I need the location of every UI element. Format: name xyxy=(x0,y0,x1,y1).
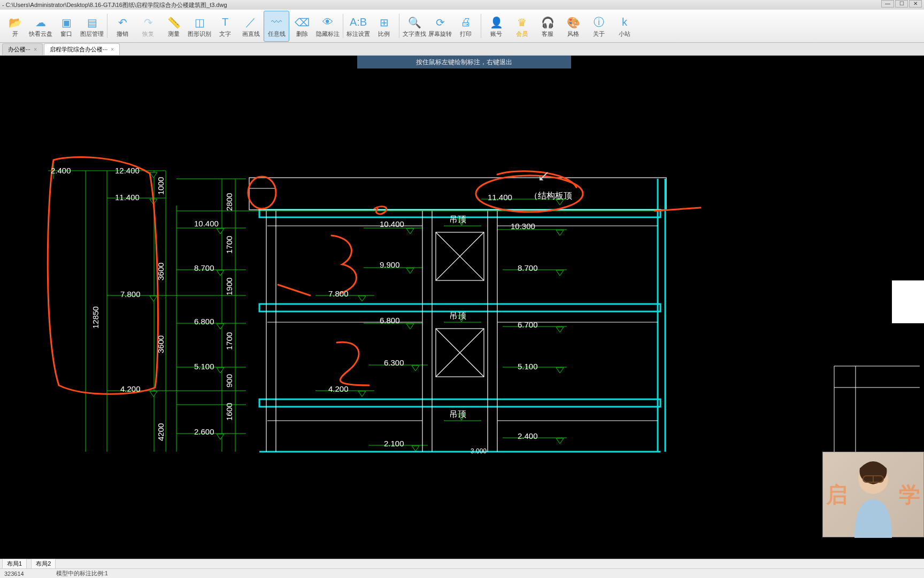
dim-label: 3600 xyxy=(156,336,165,353)
doc-tab[interactable]: 启程学院综合办公楼···× xyxy=(44,43,120,55)
窗口-icon: ▣ xyxy=(59,15,74,30)
文字查找-icon: 🔍 xyxy=(407,15,422,30)
tool-打印[interactable]: 🖨打印 xyxy=(453,11,479,42)
dim-label: 吊顶 xyxy=(449,310,466,322)
svg-rect-38 xyxy=(259,399,660,407)
tool-账号[interactable]: 👤账号 xyxy=(483,11,509,42)
tool-label: 客服 xyxy=(542,30,553,38)
dim-label: 1900 xyxy=(225,278,234,295)
close-icon[interactable]: × xyxy=(34,47,37,52)
status-scale: 模型中的标注比例:1 xyxy=(56,569,108,577)
tool-label: 图形识别 xyxy=(188,30,211,38)
dim-label: 11.400 xyxy=(488,193,512,202)
tool-风格[interactable]: 🎨风格 xyxy=(560,11,586,42)
minimize-button[interactable]: — xyxy=(881,0,894,7)
tool-label: 画直线 xyxy=(242,30,260,38)
dim-label: 12850 xyxy=(91,306,100,329)
tool-图形识别[interactable]: ◫图形识别 xyxy=(187,11,212,42)
tool-label: 文字查找 xyxy=(403,30,426,38)
tool-画直线[interactable]: ／画直线 xyxy=(238,11,264,42)
tool-小站[interactable]: k小站 xyxy=(612,11,637,42)
dim-label: 2800 xyxy=(225,193,234,211)
tool-文字[interactable]: T文字 xyxy=(212,11,238,42)
drawing-canvas[interactable]: 按住鼠标左键绘制标注，右键退出 xyxy=(0,56,924,559)
layout-tab[interactable]: 布局2 xyxy=(31,559,56,569)
layout-tabs: 布局1布局2 xyxy=(0,559,924,568)
dim-label: 6.800 xyxy=(380,316,400,325)
会员-icon: ♛ xyxy=(514,15,529,30)
close-button[interactable]: ✕ xyxy=(909,0,922,7)
dim-label: 4.200 xyxy=(328,384,349,393)
tool-撤销[interactable]: ↶撤销 xyxy=(110,11,135,42)
tool-开[interactable]: 📂开 xyxy=(2,11,28,42)
dim-label: 3.000 xyxy=(471,447,487,455)
tool-测量[interactable]: 📏测量 xyxy=(161,11,187,42)
main-toolbar: 📂开☁快看云盘▣窗口▤图层管理↶撤销↷恢复📏测量◫图形识别T文字／画直线〰任意线… xyxy=(0,10,924,43)
dim-label: 1000 xyxy=(156,177,165,195)
tool-label: 开 xyxy=(12,30,18,38)
tool-标注设置[interactable]: A:B标注设置 xyxy=(345,11,371,42)
dim-label: 7.800 xyxy=(120,290,141,299)
tool-label: 恢复 xyxy=(142,30,154,38)
tool-会员[interactable]: ♛会员 xyxy=(509,11,535,42)
tool-label: 屏幕旋转 xyxy=(428,30,452,38)
window-controls: — ☐ ✕ xyxy=(881,0,924,10)
tool-label: 打印 xyxy=(460,30,472,38)
tool-label: 图层管理 xyxy=(80,30,104,38)
文字-icon: T xyxy=(218,15,233,30)
dim-label: 900 xyxy=(225,374,234,387)
dim-label: 吊顶 xyxy=(449,409,466,420)
layout-tab[interactable]: 布局1 xyxy=(2,559,27,569)
tool-删除[interactable]: ⌫删除 xyxy=(289,11,315,42)
tool-关于[interactable]: ⓘ关于 xyxy=(586,11,612,42)
maximize-button[interactable]: ☐ xyxy=(895,0,908,7)
dim-label: 7.800 xyxy=(328,289,349,298)
dim-label: 4200 xyxy=(156,423,165,441)
dim-label: 1700 xyxy=(225,236,234,254)
客服-icon: 🎧 xyxy=(540,15,555,30)
tool-隐藏标注[interactable]: 👁隐藏标注 xyxy=(315,11,341,42)
tool-恢复[interactable]: ↷恢复 xyxy=(135,11,161,42)
dim-label: 3600 xyxy=(156,263,165,280)
风格-icon: 🎨 xyxy=(566,15,581,30)
dim-label: 10.400 xyxy=(194,219,219,228)
tool-比例[interactable]: ⊞比例 xyxy=(371,11,397,42)
小站-icon: k xyxy=(617,15,632,30)
tool-label: 隐藏标注 xyxy=(316,30,340,38)
tool-窗口[interactable]: ▣窗口 xyxy=(53,11,79,42)
window-title: - C:\Users\Administrator\Desktop\8.16-GT… xyxy=(2,0,227,10)
测量-icon: 📏 xyxy=(166,15,181,30)
status-coord: 323614 xyxy=(4,571,24,577)
tool-客服[interactable]: 🎧客服 xyxy=(535,11,560,42)
dim-label: 5.100 xyxy=(518,362,538,371)
tool-屏幕旋转[interactable]: ⟳屏幕旋转 xyxy=(427,11,453,42)
账号-icon: 👤 xyxy=(489,15,504,30)
标注设置-icon: A:B xyxy=(351,15,366,30)
tool-任意线[interactable]: 〰任意线 xyxy=(264,11,289,42)
删除-icon: ⌫ xyxy=(295,15,310,30)
tool-label: 快看云盘 xyxy=(29,30,52,38)
打印-icon: 🖨 xyxy=(458,15,473,30)
开-icon: 📂 xyxy=(7,15,22,30)
tool-图层管理[interactable]: ▤图层管理 xyxy=(79,11,105,42)
tool-快看云盘[interactable]: ☁快看云盘 xyxy=(28,11,53,42)
dim-label: 1700 xyxy=(225,332,234,350)
svg-rect-42 xyxy=(249,178,666,210)
close-icon[interactable]: × xyxy=(111,47,114,52)
tool-label: 窗口 xyxy=(60,30,72,38)
tool-label: 测量 xyxy=(168,30,180,38)
tool-文字查找[interactable]: 🔍文字查找 xyxy=(402,11,427,42)
撤销-icon: ↶ xyxy=(115,15,130,30)
doc-tab[interactable]: 办公楼···× xyxy=(2,43,43,55)
tool-label: 会员 xyxy=(516,30,528,38)
dim-label: 10.400 xyxy=(380,219,404,229)
dim-label: 2.100 xyxy=(384,439,404,448)
快看云盘-icon: ☁ xyxy=(33,15,48,30)
dim-label: （结构板顶 xyxy=(529,191,572,202)
dim-label: 12.400 xyxy=(115,166,140,175)
title-bar: - C:\Users\Administrator\Desktop\8.16-GT… xyxy=(0,0,924,10)
dim-label: 10.300 xyxy=(511,222,535,231)
dim-label: 2.600 xyxy=(194,427,214,436)
dim-label: 11.400 xyxy=(115,193,140,202)
side-panel xyxy=(892,280,924,323)
